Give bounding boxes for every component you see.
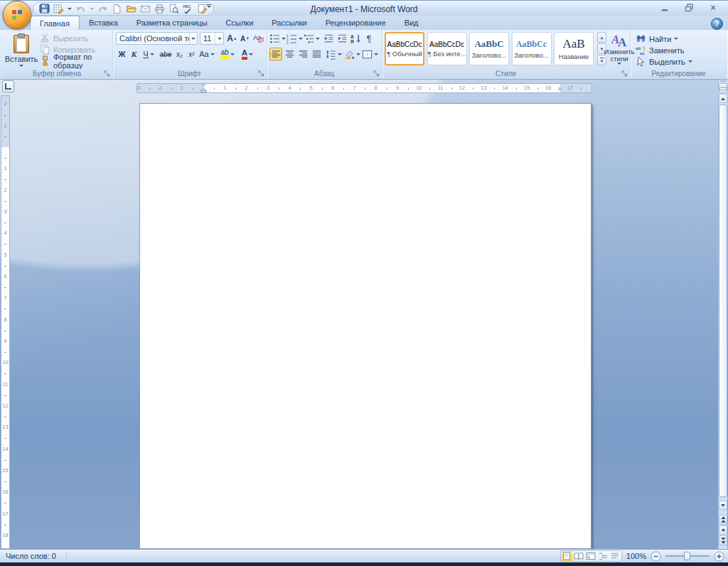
- chevron-down-icon[interactable]: [68, 8, 72, 10]
- zoom-slider[interactable]: [665, 551, 710, 561]
- restore-button[interactable]: [682, 3, 695, 13]
- font-name-combo[interactable]: Calibri (Основной те: [116, 32, 198, 45]
- outline-view-button[interactable]: [597, 551, 609, 561]
- increase-indent-button[interactable]: [336, 32, 348, 45]
- customize-qat-button[interactable]: [206, 4, 211, 8]
- tab-stop-selector[interactable]: [2, 80, 14, 92]
- email-icon[interactable]: [140, 4, 151, 14]
- style-card-Заголово...[interactable]: AaBbCcЗаголово...: [512, 32, 552, 65]
- paste-button[interactable]: Вставить: [4, 31, 38, 70]
- tab-Вставка[interactable]: Вставка: [80, 16, 127, 30]
- quick-access-toolbar: ABC: [33, 2, 214, 16]
- numbering-button[interactable]: 123: [287, 32, 303, 45]
- minimize-button[interactable]: [658, 3, 671, 13]
- draft-view-button[interactable]: [609, 551, 621, 561]
- vertical-ruler[interactable]: 21123456789101112131415161718: [1, 95, 10, 549]
- show-marks-button[interactable]: ¶: [363, 32, 375, 45]
- align-left-button[interactable]: [269, 48, 282, 60]
- clear-formatting-button[interactable]: Aa: [252, 32, 264, 45]
- chevron-down-icon[interactable]: [90, 8, 94, 10]
- change-case-button[interactable]: Aa: [198, 48, 215, 60]
- open-icon[interactable]: [126, 4, 136, 14]
- format-painter-button[interactable]: Формат по образцу: [40, 55, 112, 66]
- help-button[interactable]: ?: [711, 18, 723, 30]
- split-handle[interactable]: [720, 80, 726, 82]
- ruler-number: 14: [502, 84, 509, 92]
- italic-button[interactable]: К: [128, 48, 140, 60]
- line-spacing-button[interactable]: [325, 48, 342, 60]
- scroll-down-button[interactable]: [719, 501, 727, 510]
- replace-button[interactable]: abac Заменить: [636, 45, 684, 55]
- bullets-button[interactable]: [269, 32, 286, 45]
- previous-page-button[interactable]: [719, 515, 727, 525]
- change-styles-button[interactable]: AA Изменить стили: [609, 31, 629, 68]
- subscript-button[interactable]: x₂: [173, 48, 186, 60]
- close-button[interactable]: ×: [707, 3, 719, 13]
- horizontal-ruler[interactable]: 3211234567891011121314151617: [136, 83, 592, 93]
- tab-Рассылки[interactable]: Рассылки: [262, 16, 316, 30]
- font-color-button[interactable]: А: [238, 48, 257, 60]
- print-layout-view-button[interactable]: [561, 551, 573, 561]
- right-indent-marker[interactable]: [557, 87, 563, 90]
- cut-button: Вырезать: [40, 33, 88, 43]
- styles-scroll-up[interactable]: ▲: [597, 32, 606, 43]
- tab-bar: ГлавнаяВставкаРазметка страницыСсылкиРас…: [30, 16, 428, 30]
- multilevel-list-button[interactable]: [304, 32, 320, 45]
- slider-thumb[interactable]: [684, 552, 690, 560]
- justify-button[interactable]: [310, 48, 323, 60]
- spelling-icon[interactable]: ABC: [183, 4, 193, 14]
- draw-table-icon[interactable]: [53, 4, 64, 14]
- tab-Рецензирование[interactable]: Рецензирование: [316, 16, 395, 30]
- scroll-up-button[interactable]: [719, 94, 727, 103]
- find-button[interactable]: Найти: [636, 33, 678, 44]
- borders-button[interactable]: [361, 48, 378, 60]
- word-count[interactable]: Число слов: 0: [6, 552, 67, 560]
- ruler-toggle-button[interactable]: [719, 83, 727, 93]
- save-icon[interactable]: [39, 4, 50, 14]
- align-right-button[interactable]: [296, 48, 309, 60]
- highlight-color-button[interactable]: ab: [218, 48, 237, 60]
- tab-Вид[interactable]: Вид: [395, 16, 428, 30]
- grow-font-button[interactable]: А▲: [226, 32, 238, 45]
- bold-button[interactable]: Ж: [116, 48, 128, 60]
- dialog-launcher-font[interactable]: [257, 70, 265, 78]
- next-page-button[interactable]: [719, 535, 727, 545]
- sort-button[interactable]: АЯ: [349, 32, 362, 45]
- scrollbar-thumb[interactable]: [719, 105, 727, 497]
- document-page[interactable]: [139, 103, 592, 549]
- style-card-¶ Без инте...[interactable]: AaBbCcDc¶ Без инте...: [427, 32, 467, 65]
- web-layout-view-button[interactable]: [585, 551, 597, 561]
- select-button[interactable]: Выделить: [636, 56, 692, 67]
- status-right-cluster: 100%: [560, 550, 724, 562]
- superscript-button[interactable]: x²: [186, 48, 198, 60]
- print-icon[interactable]: [154, 4, 165, 14]
- print-preview-icon[interactable]: [168, 4, 179, 14]
- decrease-indent-button[interactable]: [322, 32, 335, 45]
- font-size-combo[interactable]: 11: [200, 32, 224, 45]
- vertical-scrollbar[interactable]: [718, 80, 727, 549]
- tab-Разметка страницы[interactable]: Разметка страницы: [127, 16, 217, 30]
- dialog-launcher-paragraph[interactable]: [373, 70, 380, 78]
- dialog-launcher-clipboard[interactable]: [103, 70, 111, 78]
- borders-icon: [362, 49, 373, 60]
- strikethrough-button[interactable]: abe: [159, 48, 173, 60]
- align-center-button[interactable]: [283, 48, 296, 60]
- new-document-icon[interactable]: [112, 4, 122, 14]
- style-card-¶ Обычный[interactable]: AaBbCcDc¶ Обычный: [385, 32, 424, 65]
- ruler-number: 11: [1, 381, 9, 388]
- dialog-launcher-styles[interactable]: [621, 70, 628, 78]
- left-indent-marker[interactable]: [200, 90, 207, 92]
- shrink-font-button[interactable]: А▼: [239, 32, 251, 45]
- tab-Главная[interactable]: Главная: [30, 16, 80, 30]
- style-card-Название[interactable]: AaBНазвание: [554, 32, 594, 65]
- zoom-out-button[interactable]: [651, 551, 661, 562]
- style-card-Заголово...[interactable]: AaBbCЗаголово...: [469, 32, 509, 65]
- zoom-level[interactable]: 100%: [626, 552, 646, 560]
- underline-button[interactable]: Ч: [140, 48, 157, 60]
- shading-button[interactable]: [343, 48, 360, 60]
- fullscreen-reading-view-button[interactable]: [573, 551, 585, 561]
- office-button[interactable]: [3, 1, 31, 29]
- select-browse-object-button[interactable]: [719, 525, 727, 535]
- tab-Ссылки[interactable]: Ссылки: [217, 16, 263, 30]
- zoom-in-button[interactable]: [714, 551, 724, 562]
